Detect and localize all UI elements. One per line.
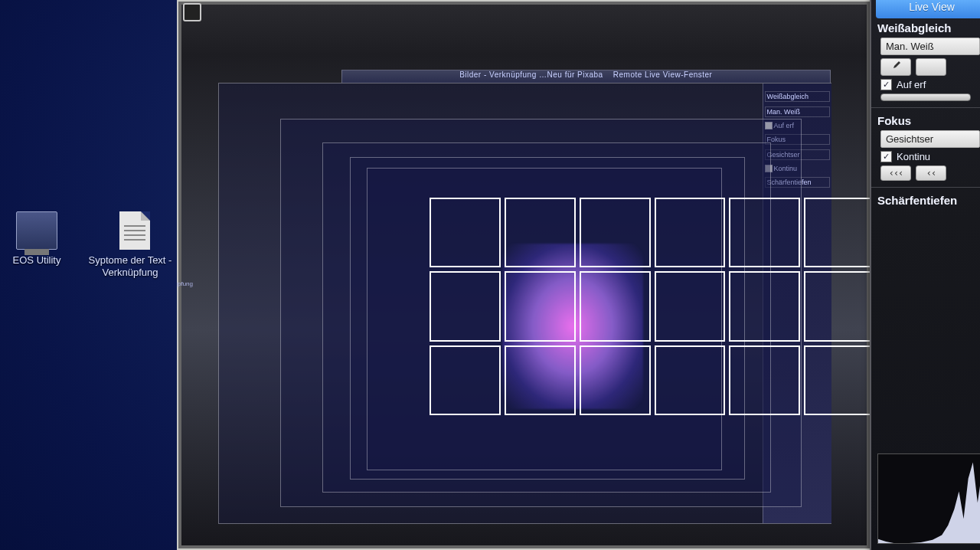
panel-divider [871, 107, 980, 108]
desktop-icon-label: EOS Utility [13, 254, 61, 266]
histogram-plot [878, 454, 980, 543]
wb-section-header: Weißabgleich [877, 21, 980, 34]
desktop-icon-shortcut[interactable]: Syptome der Text - Verknüpfung [84, 211, 176, 279]
nested-icon-label: Syptome der Text Verknüpfung [177, 280, 193, 287]
wb-tool-row [880, 58, 980, 76]
live-view-tab-label: Live View [909, 1, 955, 13]
nested-frame [280, 119, 801, 507]
nested-frame: Bilder - Verknüpfung …Neu für Pixaba Rem… [218, 83, 831, 524]
apply-to-captured-checkbox[interactable]: ✓ Auf erf [880, 79, 980, 90]
wb-adjust-slider[interactable] [880, 93, 971, 101]
app-icon [16, 211, 57, 250]
checkbox-icon: ✓ [880, 151, 892, 162]
focus-far-button[interactable]: ‹‹‹ [880, 165, 911, 181]
desktop-icon-eos-utility[interactable]: EOS Utility [0, 211, 83, 267]
focus-near-button[interactable]: ‹‹ [916, 165, 946, 181]
nested-breadcrumb: Bilder - Verknüpfung …Neu für Pixaba [459, 70, 603, 79]
focus-section: Fokus Gesichtser ✓ Kontinu ‹‹‹ ‹‹ [871, 114, 980, 181]
nested-desktop-icons: EOS Utility Syptome der Text Verknüpfung [177, 215, 193, 298]
nested-icon: Syptome der Text Verknüpfung [177, 262, 193, 287]
nested-title-text: Remote Live View-Fenster [613, 70, 713, 79]
desktop-icon-label: Syptome der Text - Verknüpfung [89, 254, 172, 278]
focus-mode-value: Gesichtser [886, 133, 933, 145]
nested-frame [322, 142, 770, 493]
checkbox-icon: ✓ [880, 79, 892, 90]
nested-wb-mode: Man. Weiß [765, 106, 830, 117]
dof-section: Schärfentiefen [871, 194, 980, 207]
sensor-glow [502, 244, 644, 409]
apply-to-captured-label: Auf erf [897, 79, 926, 90]
focus-mode-dropdown[interactable]: Gesichtser [880, 130, 980, 148]
window-sysmenu-icon[interactable] [183, 3, 201, 21]
nested-window-title: Bilder - Verknüpfung …Neu für Pixaba Rem… [341, 70, 831, 83]
wb-mode-value: Man. Weiß [886, 41, 934, 52]
desktop-background: EOS Utility Syptome der Text - Verknüpfu… [0, 0, 980, 550]
eyedropper-button[interactable] [880, 58, 911, 76]
wb-mode-dropdown[interactable]: Man. Weiß [880, 38, 980, 55]
nested-frame [367, 168, 722, 470]
live-view-viewport: Bilder - Verknüpfung …Neu für Pixaba Rem… [177, 0, 871, 550]
nested-wb-header: Weißabgleich [765, 91, 830, 102]
dof-section-header: Schärfentiefen [877, 194, 980, 207]
wb-section: Weißabgleich Man. Weiß ✓ Auf erf [871, 21, 980, 101]
focus-drive-buttons: ‹‹‹ ‹‹ [880, 165, 980, 181]
panel-divider [871, 187, 980, 188]
eyedropper-icon [890, 63, 901, 74]
kontinu-checkbox[interactable]: ✓ Kontinu [880, 151, 980, 162]
kontinu-label: Kontinu [897, 151, 930, 162]
control-panel: Live View Weißabgleich Man. Weiß ✓ Auf e… [870, 0, 980, 550]
nested-frame [350, 157, 744, 480]
document-icon [119, 211, 150, 250]
histogram [877, 453, 980, 544]
live-view-tab[interactable]: Live View [876, 0, 980, 18]
focus-section-header: Fokus [877, 114, 980, 127]
nested-icon: EOS Utility [177, 226, 193, 251]
wb-extra-button[interactable] [916, 58, 946, 76]
